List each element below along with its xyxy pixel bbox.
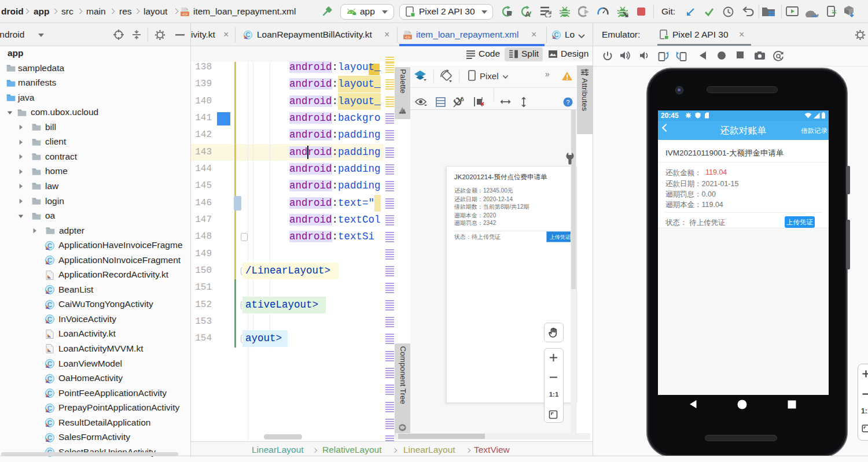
svg-text:C: C — [47, 405, 52, 412]
svg-text:<>: <> — [182, 12, 188, 17]
svg-text:C: C — [47, 375, 52, 382]
svg-text:b: b — [461, 96, 464, 102]
svg-text:C: C — [47, 242, 52, 249]
svg-text:C: C — [47, 316, 52, 323]
svg-text:C: C — [47, 286, 52, 293]
svg-text:A: A — [525, 10, 531, 17]
svg-text:C: C — [47, 301, 52, 308]
svg-text:C: C — [47, 434, 52, 441]
svg-text:<>: <> — [405, 35, 411, 40]
svg-text:C: C — [47, 360, 52, 367]
svg-text:C: C — [47, 390, 52, 397]
svg-text:C: C — [47, 257, 52, 264]
svg-text:C: C — [47, 419, 52, 426]
svg-text:?: ? — [566, 99, 569, 106]
